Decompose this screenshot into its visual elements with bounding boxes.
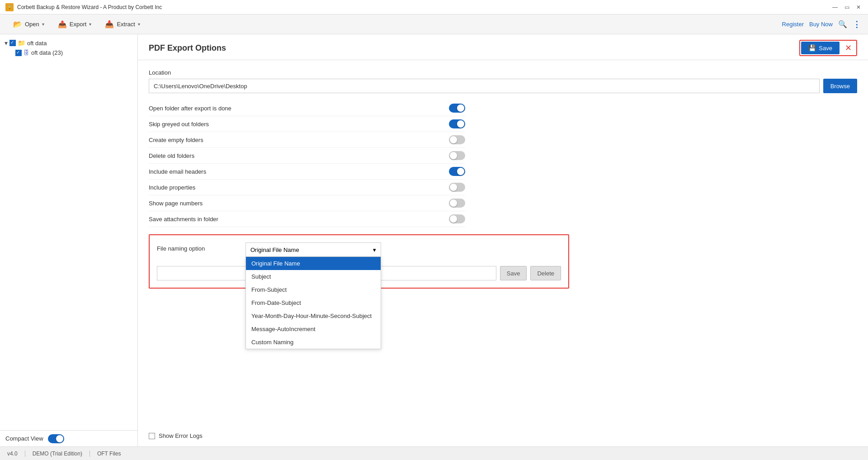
toggle-rows: Open folder after export is done Skip gr…	[149, 100, 857, 227]
profile-delete-button[interactable]: Delete	[530, 266, 561, 280]
toggle-knob-4	[457, 168, 464, 175]
toggle-knob-2	[450, 136, 457, 143]
toolbar-right: Register Buy Now 🔍 ⋮	[782, 19, 861, 29]
close-panel-button[interactable]: ✕	[841, 42, 855, 54]
sidebar-bottom: Compact View	[0, 430, 137, 446]
titlebar-left: 🔒 Corbett Backup & Restore Wizard - A Pr…	[5, 3, 162, 11]
toggle-knob-3	[450, 152, 457, 159]
dropdown-option-3[interactable]: From-Date-Subject	[246, 296, 381, 309]
toggle-row-2: Create empty folders	[149, 132, 465, 148]
open-chevron-icon: ▾	[42, 22, 44, 27]
toggle-skip-folders[interactable]	[449, 119, 465, 128]
file-naming-row: File naming option Original File Name ▾ …	[157, 242, 561, 257]
dropdown-option-4[interactable]: Year-Month-Day-Hour-Minute-Second-Subjec…	[246, 309, 381, 322]
register-link[interactable]: Register	[782, 21, 804, 28]
toggle-label-6: Show page numbers	[149, 200, 203, 207]
compact-view-toggle[interactable]	[48, 434, 64, 443]
toggle-row-3: Delete old folders	[149, 148, 465, 164]
show-errors-row: Show Error Logs	[138, 425, 868, 446]
titlebar: 🔒 Corbett Backup & Restore Wizard - A Pr…	[0, 0, 868, 14]
export-icon: 📤	[58, 20, 67, 28]
save-label: Save	[819, 45, 832, 52]
file-naming-dropdown-list: Original File Name Subject From-Subject …	[245, 257, 381, 349]
titlebar-title: Corbett Backup & Restore Wizard - A Prod…	[17, 4, 162, 10]
version-label: v4.0	[7, 451, 18, 457]
toggle-attachments[interactable]	[449, 214, 465, 223]
export-label: Export	[70, 21, 87, 28]
browse-button[interactable]: Browse	[823, 79, 857, 93]
buy-now-link[interactable]: Buy Now	[809, 21, 833, 28]
more-options-icon[interactable]: ⋮	[853, 19, 861, 29]
toggle-row-5: Include properties	[149, 180, 465, 195]
show-errors-label: Show Error Logs	[159, 432, 203, 439]
search-icon[interactable]: 🔍	[838, 20, 847, 28]
toggle-knob-6	[450, 199, 457, 207]
toggle-knob-1	[457, 120, 464, 128]
compact-view-knob	[56, 435, 63, 442]
toolbar: 📂 Open ▾ 📤 Export ▾ 📥 Extract ▾ Register…	[0, 14, 868, 34]
bottom-divider-1	[25, 451, 25, 457]
file-naming-label: File naming option	[157, 242, 238, 252]
extract-button[interactable]: 📥 Extract ▾	[99, 17, 146, 31]
file-naming-dropdown-wrapper: Original File Name ▾ Original File Name …	[245, 242, 381, 257]
export-chevron-icon: ▾	[89, 22, 91, 27]
toggle-label-4: Include email headers	[149, 168, 206, 175]
open-folder-icon: 📂	[13, 20, 22, 28]
toggle-properties[interactable]	[449, 183, 465, 192]
toggle-knob-0	[457, 104, 464, 112]
dropdown-option-0[interactable]: Original File Name	[246, 257, 381, 270]
show-errors-checkbox[interactable]	[149, 433, 155, 439]
minimize-button[interactable]: —	[831, 3, 839, 11]
open-button[interactable]: 📂 Open ▾	[7, 17, 50, 31]
toggle-page-numbers[interactable]	[449, 199, 465, 208]
toggle-label-2: Create empty folders	[149, 137, 203, 143]
save-button[interactable]: 💾 Save	[801, 42, 840, 54]
toggle-create-folders[interactable]	[449, 135, 465, 144]
dropdown-option-6[interactable]: Custom Naming	[246, 336, 381, 349]
toggle-open-folder[interactable]	[449, 104, 465, 113]
file-naming-selected-value: Original File Name	[250, 247, 299, 253]
tree-expand-icon[interactable]: ▾	[5, 39, 8, 47]
tree-child-checkbox[interactable]	[15, 50, 22, 56]
sidebar-tree: ▾ 📁 oft data 🗄 oft data (23)	[0, 34, 137, 430]
extract-label: Extract	[117, 21, 135, 28]
maximize-button[interactable]: ▭	[843, 3, 851, 11]
toggle-row-0: Open folder after export is done	[149, 100, 465, 116]
app-icon: 🔒	[5, 3, 14, 11]
location-input[interactable]	[149, 79, 820, 93]
toggle-knob-5	[450, 184, 457, 191]
location-group: Location Browse	[149, 69, 857, 93]
file-naming-dropdown-trigger[interactable]: Original File Name ▾	[245, 242, 381, 257]
toggle-row-7: Save attachments in folder	[149, 211, 465, 227]
profile-save-button[interactable]: Save	[500, 266, 527, 280]
toggle-knob-7	[450, 215, 457, 223]
compact-view-label: Compact View	[5, 435, 43, 442]
bottom-bar: v4.0 DEMO (Trial Edition) OFT Files	[0, 446, 868, 460]
toggle-email-headers[interactable]	[449, 167, 465, 176]
toggle-label-5: Include properties	[149, 184, 195, 191]
dropdown-option-1[interactable]: Subject	[246, 270, 381, 283]
dropdown-option-5[interactable]: Message-AutoIncrement	[246, 322, 381, 336]
form-area: Location Browse Open folder after export…	[138, 60, 868, 425]
sidebar: ▾ 📁 oft data 🗄 oft data (23) Compact Vie…	[0, 34, 138, 446]
toggle-label-0: Open folder after export is done	[149, 105, 231, 112]
location-row: Browse	[149, 79, 857, 93]
extract-icon: 📥	[105, 20, 114, 28]
close-button[interactable]: ✕	[854, 3, 863, 11]
save-close-area: 💾 Save ✕	[799, 40, 857, 56]
dropdown-option-2[interactable]: From-Subject	[246, 283, 381, 296]
root-folder-icon: 📁	[18, 39, 25, 47]
save-disk-icon: 💾	[808, 44, 816, 52]
toggle-label-3: Delete old folders	[149, 152, 194, 159]
toggle-delete-folders[interactable]	[449, 151, 465, 160]
export-button[interactable]: 📤 Export ▾	[52, 17, 98, 31]
open-label: Open	[25, 21, 39, 28]
file-type-label: OFT Files	[97, 451, 121, 457]
tree-root-checkbox[interactable]	[9, 40, 16, 46]
dropdown-arrow-icon: ▾	[373, 247, 376, 253]
page-title: PDF Export Options	[149, 43, 226, 53]
tree-root-item[interactable]: ▾ 📁 oft data	[2, 38, 136, 48]
tree-child-item[interactable]: 🗄 oft data (23)	[13, 48, 136, 57]
tree-root-label: oft data	[27, 40, 47, 47]
db-icon: 🗄	[24, 49, 29, 56]
